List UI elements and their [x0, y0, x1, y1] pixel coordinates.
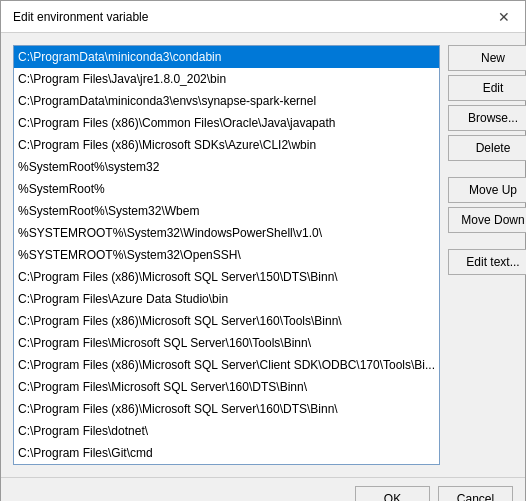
list-item[interactable]: C:\Program Files (x86)\Microsoft SQL Ser…	[14, 266, 439, 288]
list-item[interactable]: %SystemRoot%\System32\Wbem	[14, 200, 439, 222]
edit-button[interactable]: Edit	[448, 75, 526, 101]
list-item[interactable]: C:\Program Files (x86)\Microsoft SQL Ser…	[14, 354, 439, 376]
dialog-content: C:\ProgramData\miniconda3\condabinC:\Pro…	[1, 33, 525, 477]
new-button[interactable]: New	[448, 45, 526, 71]
list-item[interactable]: C:\Program Files\Java\jre1.8.0_202\bin	[14, 68, 439, 90]
list-item[interactable]: C:\Program Files (x86)\Common Files\Orac…	[14, 112, 439, 134]
delete-button[interactable]: Delete	[448, 135, 526, 161]
dialog-title: Edit environment variable	[13, 10, 148, 24]
env-var-listbox[interactable]: C:\ProgramData\miniconda3\condabinC:\Pro…	[13, 45, 440, 465]
ok-button[interactable]: OK	[355, 486, 430, 501]
list-item[interactable]: %SYSTEMROOT%\System32\WindowsPowerShell\…	[14, 222, 439, 244]
list-item[interactable]: C:\Program Files\Microsoft SQL Server\16…	[14, 332, 439, 354]
move-up-button[interactable]: Move Up	[448, 177, 526, 203]
list-item[interactable]: %SystemRoot%	[14, 178, 439, 200]
list-item[interactable]: C:\ProgramData\miniconda3\condabin	[14, 46, 439, 68]
move-down-button[interactable]: Move Down	[448, 207, 526, 233]
cancel-button[interactable]: Cancel	[438, 486, 513, 501]
action-buttons-panel: New Edit Browse... Delete Move Up Move D…	[448, 45, 526, 465]
list-item[interactable]: C:\Program Files (x86)\Microsoft SQL Ser…	[14, 398, 439, 420]
title-bar: Edit environment variable ✕	[1, 1, 525, 33]
list-item[interactable]: %SystemRoot%\system32	[14, 156, 439, 178]
list-item[interactable]: C:\Program Files\Git\cmd	[14, 442, 439, 464]
list-item[interactable]: C:\ProgramData\miniconda3\envs\synapse-s…	[14, 90, 439, 112]
edit-text-button[interactable]: Edit text...	[448, 249, 526, 275]
close-button[interactable]: ✕	[495, 8, 513, 26]
list-container: C:\ProgramData\miniconda3\condabinC:\Pro…	[13, 45, 440, 465]
list-item[interactable]: %SYSTEMROOT%\System32\OpenSSH\	[14, 244, 439, 266]
list-item[interactable]: C:\Program Files (x86)\Microsoft SDKs\Az…	[14, 134, 439, 156]
button-spacer-1	[448, 165, 526, 173]
button-spacer-2	[448, 237, 526, 245]
list-item[interactable]: C:\Program Files\dotnet\	[14, 420, 439, 442]
edit-env-var-dialog: Edit environment variable ✕ C:\ProgramDa…	[0, 0, 526, 501]
footer: OK Cancel	[1, 477, 525, 501]
browse-button[interactable]: Browse...	[448, 105, 526, 131]
list-item[interactable]: C:\Program Files\Azure Data Studio\bin	[14, 288, 439, 310]
list-item[interactable]: C:\Program Files (x86)\Microsoft SQL Ser…	[14, 310, 439, 332]
list-item[interactable]: C:\Program Files\Microsoft SQL Server\16…	[14, 376, 439, 398]
